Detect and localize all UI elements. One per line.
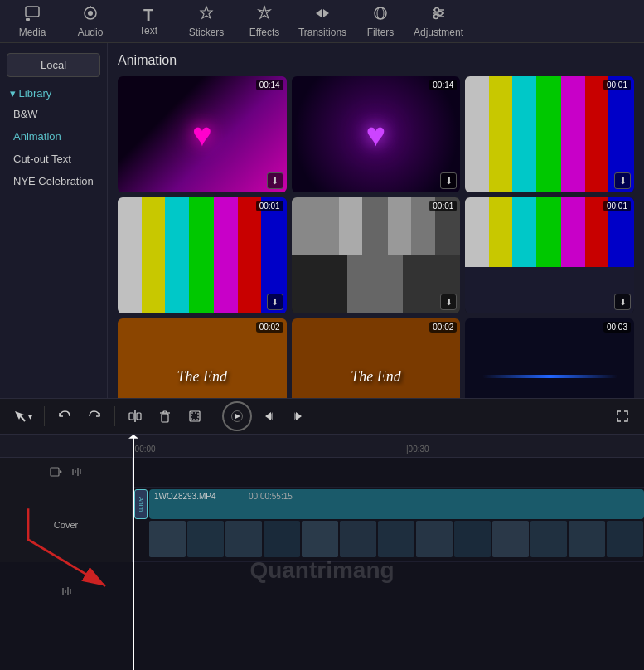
track-row-main: Cover Anim 1WOZ8293.MP4 00:00:55:15 [0,488,644,562]
frame-12 [569,521,605,557]
frame-6 [340,521,376,557]
nav-stickers[interactable]: Stickers [177,0,235,43]
download-btn-4[interactable]: ⬇ [267,294,283,310]
svg-point-5 [375,7,386,19]
grid-item-6[interactable]: 00:01 ⬇ [465,197,634,313]
download-btn-3[interactable]: ⬇ [614,172,631,189]
svg-rect-16 [137,413,141,420]
time-badge-4: 00:01 [256,201,283,211]
time-badge-9: 00:03 [603,322,631,333]
toolbar-sep-1 [44,406,45,426]
timeline-ruler: |00:00 |00:30 [0,435,644,458]
time-badge-5: 00:01 [429,201,457,211]
time-badge-6: 00:01 [603,201,631,211]
nav-filters-label: Filters [367,27,395,38]
frame-9 [454,521,491,557]
frame-13 [607,521,643,557]
filters-icon [371,4,390,25]
sidebar-item-animation[interactable]: Animation [0,125,107,148]
adjustment-icon [429,4,448,25]
transitions-icon [313,4,332,25]
svg-point-12 [434,15,438,19]
grid-item-9[interactable]: 00:03 ⬇ [465,318,634,398]
svg-point-11 [438,12,443,16]
nav-transitions[interactable]: Transitions [293,0,351,43]
frame-3 [225,521,262,557]
frame-5 [302,521,338,557]
svg-point-6 [377,7,384,19]
dropdown-arrow: ▾ [28,412,32,421]
sidebar: Local ▾ Library B&W Animation Cut-out Te… [0,43,108,398]
track-content-main[interactable]: Anim 1WOZ8293.MP4 00:00:55:15 [133,488,644,561]
download-btn-2[interactable]: ⬇ [440,172,457,189]
sidebar-item-cutout[interactable]: Cut-out Text [0,148,107,170]
timeline-area: |00:00 |00:30 Cover [0,435,644,670]
crop-button[interactable] [182,403,208,430]
grid-item-5[interactable]: 00:01 ⬇ [292,197,461,313]
time-badge-8: 00:02 [429,322,457,333]
grid-item-8[interactable]: The End 00:02 ⬇ [292,318,461,398]
local-button[interactable]: Local [7,53,100,77]
nav-media-label: Media [19,27,46,38]
frame-2 [187,521,224,557]
play-button[interactable] [222,401,252,431]
nav-audio[interactable]: Audio [61,0,119,43]
time-badge-3: 00:01 [603,80,631,90]
track-icon-video-2 [60,458,73,488]
nav-audio-label: Audio [78,27,104,38]
nav-adjustment[interactable]: Adjustment [409,0,467,43]
library-section[interactable]: ▾ Library [0,80,107,103]
playhead [133,435,134,670]
nav-filters[interactable]: Filters [351,0,409,43]
download-btn-1[interactable]: ⬇ [267,172,283,189]
nav-transitions-label: Transitions [298,27,346,38]
frame-strip [149,521,644,559]
time-badge-1: 00:14 [256,80,283,90]
fullscreen-button[interactable] [609,403,636,430]
effects-grid: 00:14 ⬇ 00:14 ⬇ 00:01 ⬇ 00:01 ⬇ [118,76,634,398]
frame-1 [149,521,186,557]
nav-effects-label: Effects [249,27,279,38]
grid-item-4[interactable]: 00:01 ⬇ [118,197,287,313]
split-button[interactable] [122,403,148,430]
nav-effects[interactable]: Effects [235,0,293,43]
anim-overlay-clip: Anim [134,489,148,519]
library-label: ▾ Library [10,87,51,100]
time-badge-2: 00:14 [429,80,457,90]
frame-4 [264,521,300,557]
sidebar-item-bw[interactable]: B&W [0,103,107,125]
svg-rect-20 [191,413,198,420]
nav-text[interactable]: T Text [119,0,177,43]
undo-button[interactable] [51,403,78,430]
grid-item-3[interactable]: 00:01 ⬇ [465,76,634,192]
download-btn-5[interactable]: ⬇ [440,294,457,310]
effects-icon [255,4,274,25]
stickers-icon [197,4,215,25]
redo-button[interactable] [81,403,108,430]
text-icon: T [143,7,153,23]
delete-button[interactable] [152,403,178,430]
grid-item-1[interactable]: 00:14 ⬇ [118,76,287,192]
frame-8 [416,521,453,557]
media-icon [23,4,41,25]
selector-dropdown[interactable]: ▾ [8,406,37,426]
nav-media[interactable]: Media [3,0,61,43]
nav-stickers-label: Stickers [189,27,225,38]
prev-button[interactable] [255,403,282,430]
frame-10 [492,521,529,557]
toolbar-sep-3 [215,406,215,426]
svg-rect-17 [162,414,168,422]
sidebar-item-nye[interactable]: NYE Celebration [0,170,107,192]
nav-text-label: Text [139,25,157,36]
content-title: Animation [118,53,634,68]
svg-rect-15 [129,413,133,420]
svg-rect-27 [51,468,59,476]
track-content-empty [133,458,644,487]
main-video-clip[interactable]: 1WOZ8293.MP4 00:00:55:15 [149,489,644,519]
download-btn-6[interactable]: ⬇ [614,294,631,310]
svg-point-3 [88,11,93,16]
grid-item-2[interactable]: 00:14 ⬇ [292,76,461,192]
grid-item-7[interactable]: The End 00:02 ⬇ [118,318,287,398]
next-button[interactable] [285,403,312,430]
svg-rect-0 [26,7,39,17]
